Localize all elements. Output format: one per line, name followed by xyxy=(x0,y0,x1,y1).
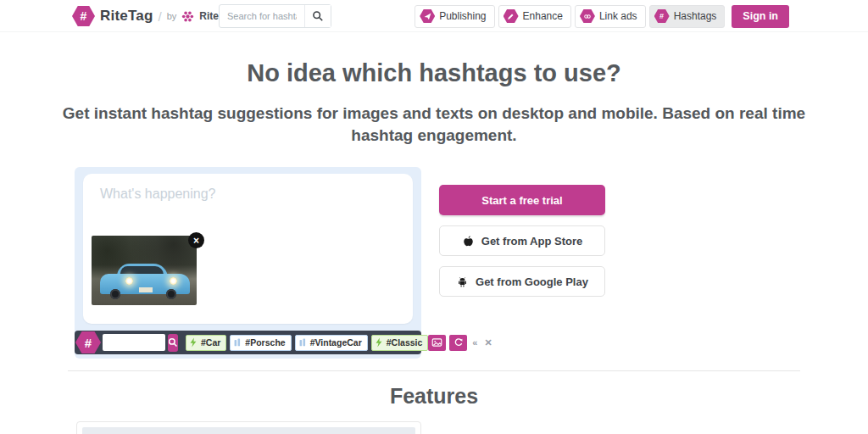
search-input[interactable] xyxy=(220,5,304,27)
car-wheel-left xyxy=(110,289,120,299)
bolt-icon xyxy=(188,337,198,348)
header-search xyxy=(219,4,331,28)
car-headlight-left xyxy=(125,277,133,285)
nav-label: Hashtags xyxy=(674,10,717,22)
chip-label: #Car xyxy=(201,337,220,348)
search-icon xyxy=(312,10,324,22)
media-button[interactable] xyxy=(428,335,446,351)
search-icon xyxy=(168,337,178,348)
bolt-icon xyxy=(374,337,384,348)
hashtag-chips: #Car #Porsche #VintageCar xyxy=(186,335,428,351)
start-free-trial-button[interactable]: Start a free trial xyxy=(439,185,605,215)
nav-label: Link ads xyxy=(599,10,637,22)
sign-in-button[interactable]: Sign in xyxy=(732,5,789,28)
hashtag-chip-classic[interactable]: #Classic xyxy=(371,335,429,351)
nav-link-ads-button[interactable]: Link ads xyxy=(575,5,646,28)
close-bar-button[interactable]: ✕ xyxy=(482,337,493,348)
hashtag-search-button[interactable] xyxy=(168,334,178,352)
refresh-button[interactable] xyxy=(449,335,467,351)
hashtag-hexagon-icon: # xyxy=(72,6,95,26)
nav-publishing-button[interactable]: Publishing xyxy=(415,5,494,28)
section-divider xyxy=(68,370,800,371)
page: # RiteTag / by RiteKit 6 xyxy=(0,0,868,434)
top-nav: Publishing Enhance Link ads xyxy=(415,4,789,28)
app-store-button[interactable]: Get from App Store xyxy=(439,225,605,256)
nav-enhance-button[interactable]: Enhance xyxy=(498,5,571,28)
android-icon xyxy=(456,275,469,288)
composer-input[interactable]: What's happening? xyxy=(83,174,413,214)
car-headlight-right xyxy=(170,277,177,285)
collapse-bar-button[interactable]: « xyxy=(470,337,479,348)
header: # RiteTag / by RiteKit 6 xyxy=(0,0,868,32)
bars-icon xyxy=(232,337,242,348)
nav-label: Enhance xyxy=(523,10,563,22)
paper-plane-icon xyxy=(420,9,435,23)
attached-car-photo xyxy=(92,236,197,305)
link-icon xyxy=(580,9,595,23)
hashtag-hexagon-icon: # xyxy=(75,331,101,353)
hashtag-chip-car[interactable]: #Car xyxy=(186,335,226,351)
search-button[interactable] xyxy=(304,5,331,27)
chip-label: #Porsche xyxy=(245,337,285,348)
chip-label: #VintageCar xyxy=(310,337,362,348)
button-label: Get from Google Play xyxy=(476,275,588,288)
media-icon xyxy=(431,337,442,348)
refresh-icon xyxy=(453,337,464,348)
nav-hashtags-button[interactable]: # Hashtags xyxy=(649,5,726,28)
hashtag-search-input[interactable] xyxy=(103,334,165,351)
bars-icon xyxy=(298,337,308,348)
car-wheel-right xyxy=(166,289,176,299)
by-label: by xyxy=(167,11,177,21)
ritekit-flower-icon xyxy=(181,10,194,23)
page-subtitle: Get instant hashtag suggestions for imag… xyxy=(61,103,807,146)
remove-attachment-button[interactable]: × xyxy=(188,232,204,248)
slash-separator: / xyxy=(158,9,161,24)
page-title: No idea which hashtags to use? xyxy=(0,59,868,87)
car-license-plate xyxy=(139,287,153,292)
apple-icon xyxy=(462,235,475,248)
cta-column: Start a free trial Get from App Store xyxy=(439,185,605,297)
hashtag-icon: # xyxy=(654,9,670,23)
nav-label: Publishing xyxy=(439,10,486,22)
hashtag-suggestion-bar: # #Car xyxy=(75,331,421,354)
chip-label: #Classic xyxy=(387,337,423,348)
feature-card-placeholder xyxy=(82,427,415,434)
bar-actions: « ✕ xyxy=(428,335,493,351)
brand-name: RiteTag xyxy=(100,8,153,25)
hashtag-chip-porsche[interactable]: #Porsche xyxy=(230,335,291,351)
hashtag-chip-vintagecar[interactable]: #VintageCar xyxy=(295,335,368,351)
pencil-icon xyxy=(504,9,519,23)
features-title: Features xyxy=(0,384,868,409)
feature-card-partial xyxy=(76,421,421,434)
button-label: Get from App Store xyxy=(481,235,582,248)
google-play-button[interactable]: Get from Google Play xyxy=(439,266,605,297)
composer-demo-panel: What's happening? × # xyxy=(75,167,421,359)
